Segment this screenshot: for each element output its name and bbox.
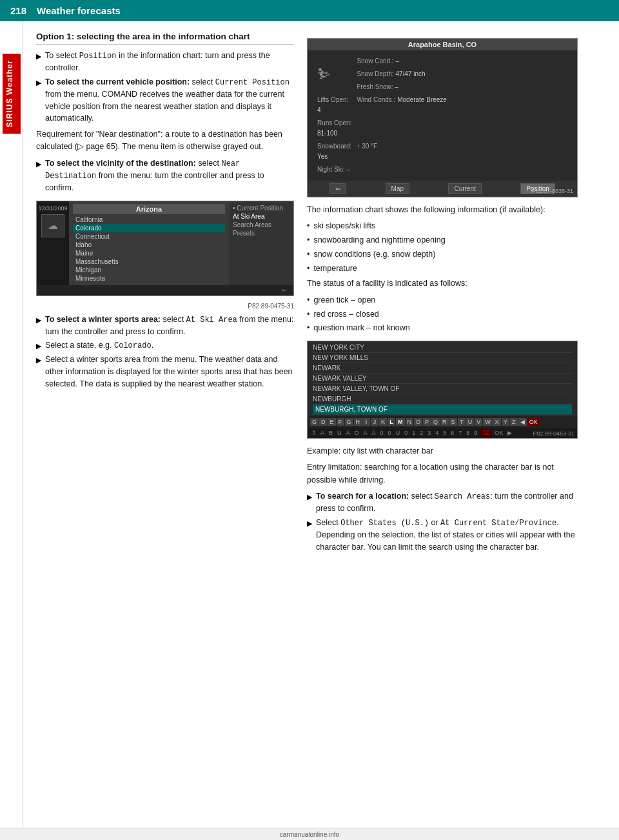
char-num8[interactable]: 8: [464, 429, 471, 437]
char-ok[interactable]: OK: [527, 418, 540, 426]
char-z[interactable]: Z: [510, 418, 518, 426]
char-u2[interactable]: U: [335, 429, 344, 437]
info-screenshot-caption: P82.87-8838-31: [531, 188, 573, 194]
char-num0[interactable]: 0: [378, 429, 386, 437]
code-current-position: Current Position: [215, 78, 290, 87]
char-num0b[interactable]: 0: [386, 429, 393, 437]
dot-icon-1: •: [307, 220, 310, 232]
char-y[interactable]: Y: [502, 418, 509, 426]
char-h[interactable]: H: [354, 418, 362, 426]
char-d[interactable]: D: [319, 418, 328, 426]
menu-item-massachusetts: Massachusetts: [73, 257, 225, 266]
char-num9[interactable]: 9: [472, 429, 479, 437]
char-e[interactable]: E: [328, 418, 336, 426]
status-bullet-1-text: green tick – open: [313, 294, 375, 306]
char-num0c[interactable]: U: [394, 429, 402, 437]
char-a2[interactable]: A: [319, 429, 326, 437]
page-number: 218: [10, 5, 26, 16]
bullet-state: ▶ Select a state, e.g. Colorado.: [36, 339, 294, 352]
char-oe[interactable]: Ö: [353, 429, 361, 437]
char-num1[interactable]: 1: [410, 429, 417, 437]
entry-text: Entry limitation: searching for a locati…: [307, 461, 578, 486]
char-num0d[interactable]: 0: [402, 429, 409, 437]
menu-right-ski: At Ski Area: [233, 212, 290, 221]
menu-nav: ⇐: [279, 286, 290, 294]
char-num7[interactable]: 7: [457, 429, 464, 437]
menu-title: Arizona: [73, 204, 225, 214]
requirement-text: Requirement for "Near destination": a ro…: [36, 128, 294, 154]
menu-right-search: Search Areas: [233, 221, 290, 229]
char-r[interactable]: R: [440, 418, 449, 426]
info-bullet-3: snow conditions (e.g. snow depth): [313, 248, 435, 261]
city-item-4: NEWARK VALLEY: [313, 374, 572, 384]
dot-icon-7: •: [307, 322, 310, 334]
menu-left-panel: 12/31/2009 ☁: [37, 201, 69, 285]
menu-screenshot: 12/31/2009 ☁ Arizona California Colorado…: [36, 201, 294, 296]
dot-bullet-3: • snow conditions (e.g. snow depth): [307, 248, 578, 261]
menu-item-connecticut: Connecticut: [73, 232, 225, 241]
char-g[interactable]: G: [310, 418, 319, 426]
char-o[interactable]: O: [414, 418, 422, 426]
tab-current[interactable]: Current: [448, 183, 481, 194]
info-text-heading: The information chart shows the followin…: [307, 204, 578, 216]
dot-icon-3: •: [307, 248, 310, 261]
header-bar: 218 Weather forecasts: [0, 0, 619, 21]
char-m[interactable]: M: [396, 418, 405, 426]
city-item-3: NEWARK: [313, 363, 572, 374]
char-j[interactable]: J: [371, 418, 378, 426]
bullet-search: ▶ To search for a location: select Searc…: [307, 490, 578, 515]
city-caption: P82.89-0463-31: [533, 430, 575, 437]
arrow-icon-1: ▶: [36, 51, 41, 74]
menu-icon: ☁: [41, 214, 64, 237]
menu-bottom-bar: ⇐: [37, 285, 293, 295]
char-num2[interactable]: 2: [418, 429, 425, 437]
bullet-menu-text: Select a winter sports area from the men…: [45, 354, 294, 390]
char-t[interactable]: T: [458, 418, 466, 426]
dot-bullet-1: • ski slopes/ski lifts: [307, 220, 578, 232]
tab-map-btn[interactable]: ⇐: [329, 183, 346, 194]
code-position: Position: [79, 52, 117, 61]
header-title: Weather forecasts: [37, 5, 121, 16]
char-shift[interactable]: ⇑: [310, 429, 318, 437]
bullet-state-text: Select a state, e.g. Colorado.: [45, 339, 294, 352]
sidebar: SIRIUS Weather: [0, 21, 23, 828]
menu-center-panel: Arizona California Colorado Connecticut …: [69, 201, 229, 285]
bullet-current-position: ▶ To select the current vehicle position…: [36, 76, 294, 125]
char-0a[interactable]: Ä: [370, 429, 378, 437]
char-g2[interactable]: G: [345, 418, 353, 426]
char-x[interactable]: X: [493, 418, 501, 426]
char-num5[interactable]: 5: [441, 429, 448, 437]
char-num4[interactable]: 4: [433, 429, 440, 437]
char-l[interactable]: L: [388, 418, 395, 426]
char-n[interactable]: N: [406, 418, 414, 426]
char-v[interactable]: V: [475, 418, 482, 426]
dot-icon-6: •: [307, 308, 310, 321]
char-i[interactable]: I: [362, 418, 370, 426]
char-w[interactable]: W: [483, 418, 493, 426]
char-ok2[interactable]: OK: [493, 429, 505, 437]
city-char-bar-1: G D E F G H I J K L M N O P Q R S: [308, 416, 577, 428]
char-f[interactable]: F: [337, 418, 344, 426]
char-b2[interactable]: B: [327, 429, 335, 437]
char-q[interactable]: Q: [431, 418, 440, 426]
char-p[interactable]: P: [423, 418, 431, 426]
char-ae[interactable]: Ä: [344, 429, 352, 437]
tab-map[interactable]: Map: [386, 183, 409, 194]
char-num3[interactable]: 3: [426, 429, 433, 437]
char-aa[interactable]: Ä: [362, 429, 369, 437]
char-num6[interactable]: 6: [449, 429, 456, 437]
char-u[interactable]: U: [466, 418, 475, 426]
char-fwd[interactable]: ▶: [506, 429, 514, 437]
status-bullet-2-text: red cross – closed: [313, 308, 378, 321]
char-del[interactable]: ⌫: [480, 429, 492, 437]
arrow-icon-7: ▶: [307, 492, 312, 515]
char-k[interactable]: K: [379, 418, 387, 426]
char-s[interactable]: S: [449, 418, 457, 426]
info-bullet-2: snowboarding and nighttime opening: [313, 234, 445, 246]
bullet-select: ▶ Select Other States (U.S.) or At Curre…: [307, 517, 578, 554]
bullet-ski-text: To select a winter sports area: select A…: [45, 314, 294, 338]
char-back[interactable]: ◀: [518, 418, 527, 426]
menu-item-colorado: Colorado: [73, 224, 225, 232]
arrow-icon-8: ▶: [307, 518, 312, 554]
info-screenshot-content: ⛷ Snow Cond.: – Snow Depth: 47/47 inch F…: [308, 50, 577, 181]
